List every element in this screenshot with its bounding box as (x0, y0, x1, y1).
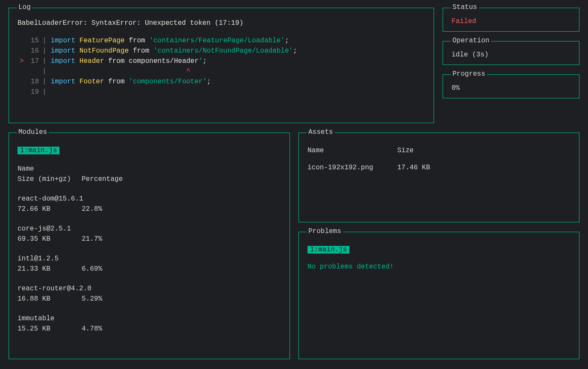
line-separator: | (42, 66, 51, 77)
log-title: Log (17, 3, 33, 11)
progress-value: 0% (452, 84, 570, 92)
problems-message: No problems detected! (307, 263, 570, 271)
modules-title: Modules (17, 128, 49, 136)
module-name: intl@1.2.5 (18, 254, 281, 264)
module-percentage: 21.7% (82, 234, 102, 244)
module-size: 16.88 KB (18, 294, 82, 304)
status-panel: Status Failed (443, 8, 579, 32)
identifier: NotFoundPage (80, 46, 129, 56)
line-separator: | (42, 87, 51, 97)
gutter-marker (18, 87, 26, 97)
module-percentage: 22.8% (82, 204, 102, 214)
modules-header-name: Name (18, 164, 281, 174)
module-percentage: 6.69% (82, 264, 102, 274)
string-literal: 'containers/FeaturePage/Loadable' (149, 35, 285, 46)
asset-size: 17.46 KB (397, 164, 430, 171)
keyword-import: import (51, 77, 76, 87)
line-number: 16 (26, 46, 42, 56)
error-pointer-icon: > (18, 56, 26, 66)
status-title: Status (451, 3, 479, 11)
line-number: 18 (26, 77, 42, 87)
code-line-19: 19 | (18, 87, 425, 97)
string-literal: ' (198, 56, 203, 66)
string-literal: 'components/Footer' (129, 77, 207, 87)
line-separator: | (42, 35, 51, 46)
gutter-marker (18, 77, 26, 87)
assets-header-size: Size (397, 147, 414, 154)
caret-line: | ^ (18, 66, 425, 77)
progress-panel: Progress 0% (443, 74, 579, 98)
code-line-16: 16 | import NotFoundPage from 'container… (18, 46, 425, 56)
line-separator: | (42, 56, 51, 66)
module-size: 21.33 KB (18, 264, 82, 274)
code-line-15: 15 | import FeaturePage from 'containers… (18, 35, 425, 46)
module-percentage: 5.29% (82, 294, 102, 304)
log-panel: Log BabelLoaderError: SyntaxError: Unexp… (9, 8, 434, 123)
gutter-marker (18, 66, 26, 77)
assets-title: Assets (307, 128, 335, 136)
modules-header-size: Size (min+gz) (18, 174, 82, 184)
modules-header-percentage: Percentage (82, 174, 123, 184)
line-number: 19 (26, 87, 42, 97)
module-name: react-dom@15.6.1 (18, 194, 281, 204)
semicolon: ; (207, 77, 211, 87)
semicolon: ; (293, 46, 297, 56)
line-number: 15 (26, 35, 42, 46)
keyword-from: from (108, 77, 124, 87)
line-number: 17 (26, 56, 42, 66)
identifier: Footer (80, 77, 104, 87)
assets-header-name: Name (307, 147, 397, 154)
module-row: intl@1.2.5 21.33 KB 6.69% (18, 254, 281, 274)
module-size: 15.25 KB (18, 324, 82, 334)
asset-row: icon-192x192.png 17.46 KB (307, 164, 570, 171)
code-line-17: > 17 | import Header from components/Hea… (18, 56, 425, 66)
keyword-import: import (51, 35, 76, 46)
keyword-from: from (129, 35, 145, 46)
identifier: FeaturePage (80, 35, 125, 46)
keyword-from: from (108, 56, 124, 66)
progress-title: Progress (451, 70, 487, 78)
line-number (26, 66, 42, 77)
problems-panel: Problems 1:main.js No problems detected! (298, 232, 579, 359)
modules-file-badge[interactable]: 1:main.js (18, 147, 59, 154)
gutter-marker (18, 35, 26, 46)
identifier: Header (80, 56, 104, 66)
error-message: BabelLoaderError: SyntaxError: Unexpecte… (18, 19, 425, 27)
caret-indicator: ^ (51, 66, 190, 77)
operation-value: idle (3s) (452, 51, 570, 59)
problems-title: Problems (307, 227, 343, 235)
module-row: immutable 15.25 KB 4.78% (18, 313, 281, 334)
module-row: react-router@4.2.0 16.88 KB 5.29% (18, 283, 281, 304)
modules-panel: Modules 1:main.js Name Size (min+gz) Per… (9, 133, 290, 359)
semicolon: ; (203, 56, 207, 66)
string-literal: 'containers/NotFoundPage/Loadable' (154, 46, 293, 56)
operation-panel: Operation idle (3s) (443, 41, 579, 65)
module-percentage: 4.78% (82, 324, 102, 334)
gutter-marker (18, 46, 26, 56)
module-size: 69.35 KB (18, 234, 82, 244)
module-size: 72.66 KB (18, 204, 82, 214)
assets-panel: Assets Name Size icon-192x192.png 17.46 … (298, 133, 579, 222)
keyword-from: from (133, 46, 149, 56)
plain-text: components/Header (129, 56, 198, 66)
status-value: Failed (452, 18, 570, 25)
module-name: immutable (18, 313, 281, 324)
code-line-18: 18 | import Footer from 'components/Foot… (18, 77, 425, 87)
module-name: core-js@2.5.1 (18, 224, 281, 234)
problems-file-badge[interactable]: 1:main.js (307, 246, 349, 254)
asset-name: icon-192x192.png (307, 164, 397, 171)
line-separator: | (42, 46, 51, 56)
line-separator: | (42, 77, 51, 87)
module-row: react-dom@15.6.1 72.66 KB 22.8% (18, 194, 281, 214)
semicolon: ; (285, 35, 289, 46)
module-row: core-js@2.5.1 69.35 KB 21.7% (18, 224, 281, 244)
module-name: react-router@4.2.0 (18, 283, 281, 294)
keyword-import: import (51, 56, 76, 66)
keyword-import: import (51, 46, 76, 56)
operation-title: Operation (451, 37, 491, 44)
